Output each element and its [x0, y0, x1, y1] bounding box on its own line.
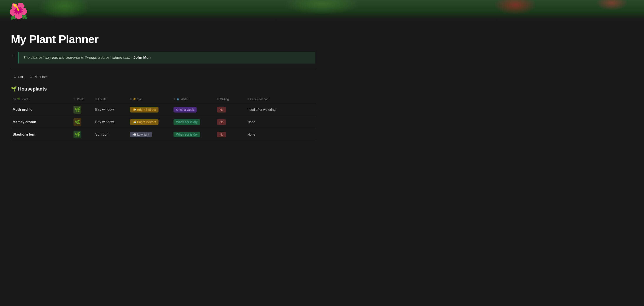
col-header-sun: ≡ ☀️ Sun: [128, 97, 172, 102]
cell-fertilizer-mamey-croton: None: [246, 118, 294, 126]
cell-photo-moth-orchid: 🌿: [72, 104, 94, 115]
col-photo-icon: ✏: [74, 98, 76, 101]
cell-locale-moth-orchid: Bay window: [94, 106, 128, 113]
misting-badge: No: [217, 119, 226, 125]
cell-fertilizer-staghorn-fern: None: [246, 131, 294, 138]
cell-fertilizer-moth-orchid: Feed after watering: [246, 106, 294, 113]
cell-plant-name: Staghorn fern: [11, 131, 72, 138]
cell-plant-name: Mamey croton: [11, 118, 72, 126]
water-badge: When soil is dry: [174, 119, 200, 125]
tab-plant-fam[interactable]: ⊞ Plant fam: [27, 73, 50, 80]
cell-misting-mamey-croton: No: [215, 118, 246, 127]
tab-plant-fam-label: Plant fam: [34, 75, 48, 79]
sun-badge: 🌤️ Bright indirect: [130, 119, 158, 125]
misting-badge: No: [217, 107, 226, 113]
col-misting-label: Misting: [220, 98, 229, 101]
col-sun-icon: ≡: [130, 98, 132, 101]
col-plant-icon2: 🌿: [17, 98, 20, 101]
photo-emoji: 🌿: [75, 107, 80, 112]
quote-block: The clearest way into the Universe is th…: [18, 52, 315, 64]
plants-table: Aa 🌿 Plant ✏ Photo ≡ Locale ≡ ☀️ Sun ≡ 💧…: [11, 95, 315, 141]
sun-badge: 🌤️ Bright indirect: [130, 107, 158, 113]
photo-emoji: 🌿: [75, 132, 80, 137]
col-plant-label: Plant: [22, 98, 28, 101]
col-locale-icon: ≡: [95, 98, 97, 101]
cell-photo-mamey-croton: 🌿: [72, 116, 94, 128]
col-header-photo: ✏ Photo: [72, 97, 94, 102]
col-sun-label: Sun: [138, 98, 142, 101]
table-header: Aa 🌿 Plant ✏ Photo ≡ Locale ≡ ☀️ Sun ≡ 💧…: [11, 95, 315, 103]
water-badge: Once a week: [174, 107, 196, 113]
page-icon: 🌺: [9, 3, 28, 19]
section-icon: 🌱: [11, 86, 17, 92]
table-row[interactable]: Moth orchid 🌿 Bay window 🌤️ Bright indir…: [11, 104, 315, 116]
col-locale-label: Locale: [98, 98, 106, 101]
cell-plant-name: Moth orchid: [11, 106, 72, 113]
list-tab-icon: ⊞: [14, 75, 16, 78]
col-water-icon2: 💧: [176, 98, 180, 101]
cell-sun-mamey-croton: 🌤️ Bright indirect: [128, 118, 172, 127]
cell-misting-staghorn-fern: No: [215, 130, 246, 139]
col-header-water: ≡ 💧 Water: [172, 97, 215, 102]
quote-author: John Muir: [133, 56, 151, 60]
col-fert-icon: ≡: [248, 98, 249, 101]
sun-badge: ☁️ Low light: [130, 132, 152, 137]
col-plant-icon: Aa: [12, 98, 16, 101]
misting-badge: No: [217, 132, 226, 137]
cell-locale-staghorn-fern: Sunroom: [94, 131, 128, 138]
page-title: My Plant Planner: [11, 33, 315, 46]
section-heading: 🌱 Houseplants: [11, 86, 315, 92]
tab-list-label: List: [18, 75, 23, 79]
cell-photo-staghorn-fern: 🌿: [72, 129, 94, 140]
water-badge: When soil is dry: [174, 132, 200, 137]
col-header-locale: ≡ Locale: [94, 97, 128, 102]
section-divider: [11, 69, 315, 69]
cell-water-mamey-croton: When soil is dry: [172, 118, 215, 127]
col-header-plant: Aa 🌿 Plant: [11, 97, 72, 102]
table-row[interactable]: Mamey croton 🌿 Bay window 🌤️ Bright indi…: [11, 116, 315, 128]
tab-list[interactable]: ⊞ List: [11, 73, 26, 80]
col-misting-icon: ≡: [217, 98, 218, 101]
plant-name-mamey-croton: Mamey croton: [12, 120, 36, 124]
cell-locale-mamey-croton: Bay window: [94, 118, 128, 126]
plant-name-staghorn-fern: Staghorn fern: [12, 133, 36, 136]
col-photo-label: Photo: [77, 98, 84, 101]
col-fert-label: Fertilizer/Food: [250, 98, 268, 101]
plant-fam-tab-icon: ⊞: [30, 75, 32, 78]
section-title: Houseplants: [18, 86, 47, 92]
hero-banner: 🌺: [0, 0, 644, 20]
drag-handle[interactable]: ⋮⋮: [11, 52, 16, 58]
photo-thumb: 🌿: [74, 106, 81, 114]
cell-sun-moth-orchid: 🌤️ Bright indirect: [128, 105, 172, 114]
quote-text: The clearest way into the Universe is th…: [23, 56, 151, 60]
col-water-label: Water: [181, 98, 188, 101]
cell-misting-moth-orchid: No: [215, 105, 246, 114]
col-header-fertilizer: ≡ Fertilizer/Food: [246, 97, 294, 102]
photo-thumb: 🌿: [74, 118, 81, 126]
photo-emoji: 🌿: [75, 120, 80, 125]
table-row[interactable]: Staghorn fern 🌿 Sunroom ☁️ Low light Whe…: [11, 128, 315, 141]
col-header-misting: ≡ Misting: [215, 97, 246, 102]
plant-name-moth-orchid: Moth orchid: [12, 108, 32, 112]
cell-sun-staghorn-fern: ☁️ Low light: [128, 130, 172, 139]
photo-thumb: 🌿: [74, 131, 81, 138]
cell-water-moth-orchid: Once a week: [172, 105, 215, 114]
tabs-row: ⊞ List ⊞ Plant fam: [11, 73, 315, 80]
col-water-icon: ≡: [174, 98, 175, 101]
quote-block-container: ⋮⋮ The clearest way into the Universe is…: [11, 52, 315, 64]
col-sun-icon2: ☀️: [133, 98, 136, 101]
cell-water-staghorn-fern: When soil is dry: [172, 130, 215, 139]
